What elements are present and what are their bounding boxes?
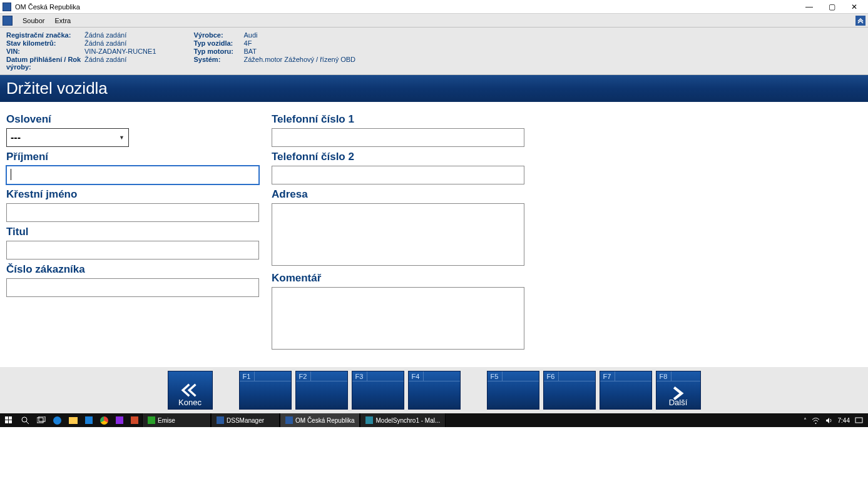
f4-button[interactable]: F4 (408, 371, 461, 410)
info-value: Žádná zadání (84, 31, 126, 39)
phone1-label: Telefonní číslo 1 (272, 113, 524, 126)
taskbar-item-label: ModelSynchro1 - Mal... (375, 417, 440, 424)
notifications-icon[interactable] (855, 416, 863, 425)
app-icon (131, 416, 138, 424)
app-icon (365, 416, 373, 424)
vehicle-info-panel: Registrační značka:Žádná zadání Stav kil… (0, 28, 868, 75)
back-button-label: Konec (178, 398, 202, 407)
form-area: Oslovení --- Příjmení Křestní jméno Titu… (0, 102, 868, 367)
svg-rect-3 (9, 420, 12, 423)
search-button[interactable] (18, 413, 33, 427)
taskbar-edge[interactable] (49, 413, 65, 427)
taskbar-chrome[interactable] (96, 413, 112, 427)
folder-icon (69, 417, 78, 424)
comment-textarea[interactable] (272, 287, 524, 350)
task-view-button[interactable] (33, 413, 49, 427)
edge-icon (53, 416, 61, 425)
svg-rect-2 (5, 420, 8, 423)
f7-label: F7 (600, 371, 615, 381)
svg-rect-9 (855, 418, 862, 423)
salutation-label: Oslovení (6, 113, 259, 126)
app-icon (148, 416, 155, 424)
store-icon (85, 416, 93, 424)
maximize-button[interactable]: ▢ (820, 1, 843, 13)
menu-app-icon (3, 16, 13, 26)
salutation-select[interactable]: --- (6, 128, 129, 147)
windows-icon (5, 416, 13, 424)
next-button[interactable]: F8 Další (656, 371, 701, 410)
customer-number-input[interactable] (6, 278, 259, 297)
window-title: OM Česká Republika (15, 3, 798, 11)
f5-button[interactable]: F5 (487, 371, 539, 410)
taskbar-item-label: Emise (158, 417, 175, 424)
taskbar-item-dssmanager[interactable]: DSSManager (211, 413, 280, 427)
menu-extra[interactable]: Extra (49, 16, 76, 26)
info-value: Zážeh.motor Zážehový / řízený OBD (244, 56, 356, 63)
taskbar-item-label: OM Česká Republika (295, 417, 354, 424)
taskbar-app2[interactable] (127, 413, 142, 427)
f1-label: F1 (240, 371, 255, 381)
title-label: Titul (6, 226, 259, 238)
f1-button[interactable]: F1 (239, 371, 292, 410)
firstname-input[interactable] (6, 203, 259, 222)
info-label: Systém: (194, 56, 244, 63)
taskbar-item-emise[interactable]: Emise (142, 413, 211, 427)
tray-chevron-icon[interactable]: ˄ (804, 417, 807, 424)
phone2-input[interactable] (272, 166, 524, 184)
f7-button[interactable]: F7 (600, 371, 652, 410)
chevron-double-left-icon (180, 382, 201, 398)
text-caret (11, 169, 11, 180)
comment-label: Komentář (272, 272, 524, 285)
f2-button[interactable]: F2 (295, 371, 348, 410)
f3-label: F3 (352, 371, 367, 381)
info-col-2: Výrobce:Audi Typ vozidla:4F Typ motoru:B… (194, 31, 356, 71)
close-button[interactable]: ✕ (843, 1, 865, 13)
app-icon (116, 416, 123, 424)
address-textarea[interactable] (272, 203, 524, 266)
info-col-1: Registrační značka:Žádná zadání Stav kil… (6, 31, 156, 71)
svg-rect-6 (37, 418, 43, 423)
menubar: Soubor Extra (0, 14, 868, 28)
title-input[interactable] (6, 241, 259, 260)
app-icon (217, 416, 224, 424)
f3-button[interactable]: F3 (352, 371, 404, 410)
collapse-panel-icon[interactable] (855, 16, 865, 26)
info-label: Typ motoru: (194, 48, 244, 55)
clock[interactable]: 7:44 (838, 417, 850, 424)
surname-input[interactable] (6, 166, 259, 184)
firstname-label: Křestní jméno (6, 188, 259, 201)
taskbar-item-om[interactable]: OM Česká Republika (280, 413, 360, 427)
start-button[interactable] (0, 413, 18, 427)
svg-rect-7 (39, 416, 45, 421)
f6-button[interactable]: F6 (543, 371, 596, 410)
menu-soubor[interactable]: Soubor (18, 16, 49, 26)
task-view-icon (37, 416, 46, 424)
phone1-input[interactable] (272, 128, 524, 147)
taskbar-item-label: DSSManager (227, 417, 264, 424)
svg-point-4 (22, 417, 27, 422)
volume-icon[interactable] (825, 416, 833, 425)
svg-rect-1 (9, 416, 12, 420)
info-value: Žádná zadání (84, 56, 126, 71)
back-button[interactable]: Konec (168, 371, 213, 410)
info-label: Stav kilometrů: (6, 39, 84, 47)
minimize-button[interactable]: — (798, 1, 820, 13)
info-label: Typ vozidla: (194, 39, 244, 47)
salutation-value: --- (11, 132, 21, 143)
form-column-right: Telefonní číslo 1 Telefonní číslo 2 Adre… (272, 113, 524, 356)
wifi-icon[interactable] (812, 416, 820, 425)
taskbar-item-modelsynchro[interactable]: ModelSynchro1 - Mal... (360, 413, 446, 427)
phone2-label: Telefonní číslo 2 (272, 151, 524, 163)
svg-rect-0 (5, 416, 8, 420)
info-value: Audi (244, 31, 258, 39)
f6-label: F6 (544, 371, 559, 381)
address-label: Adresa (272, 188, 524, 201)
taskbar-store[interactable] (81, 413, 96, 427)
info-value: 4F (244, 39, 252, 47)
info-value: VIN-ZADANY-RUCNE1 (84, 48, 156, 55)
app-icon (285, 416, 293, 424)
taskbar-app1[interactable] (112, 413, 127, 427)
window-controls: — ▢ ✕ (798, 1, 865, 13)
taskbar-explorer[interactable] (65, 413, 81, 427)
f8-label: F8 (656, 371, 671, 381)
